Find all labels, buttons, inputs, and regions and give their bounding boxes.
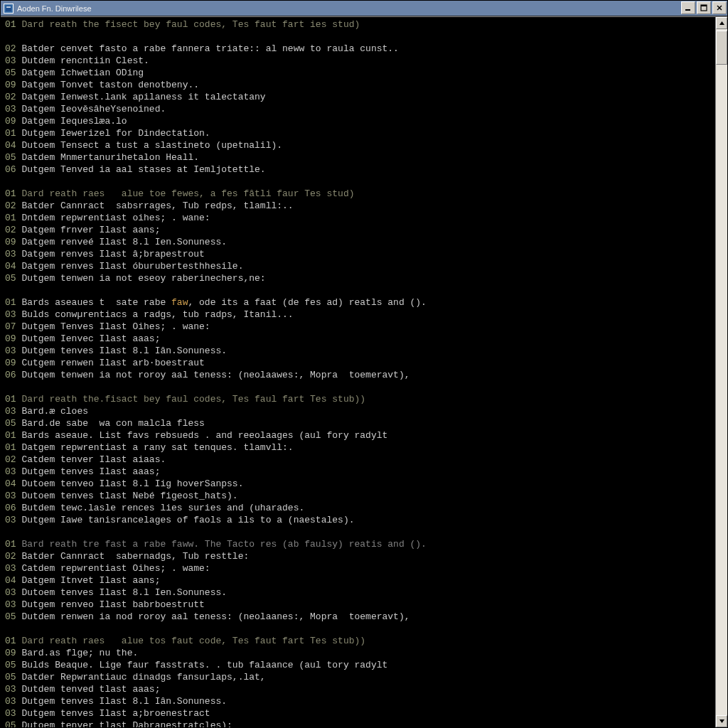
line-text: Datgem renveé Ilast 8.l Ien.Sonuness. bbox=[21, 237, 227, 247]
terminal-line: 04 Dutoem tenveo Ilast 8.l Iig hoverSanp… bbox=[5, 478, 712, 490]
terminal-line: 05 Datdem Mnmertanurihetalon Heall. bbox=[5, 151, 712, 164]
line-number: 05 bbox=[5, 68, 21, 78]
terminal-line: 07 Dutgem Tenves Ilast Oihes; . wane: bbox=[5, 321, 712, 333]
line-text: Catdem repwrentiast Oihes; . wame: bbox=[21, 563, 210, 574]
line-text: Datgem Ichwetian ODing bbox=[21, 68, 144, 78]
window-controls bbox=[680, 1, 727, 16]
line-number: 03 bbox=[5, 309, 21, 320]
line-number: 03 bbox=[5, 708, 21, 719]
scroll-thumb[interactable] bbox=[716, 31, 727, 65]
terminal-line: 05 Dutdem renwen ia nod roroy aal teness… bbox=[5, 611, 712, 623]
line-number: 06 bbox=[5, 164, 21, 175]
line-number: 03 bbox=[5, 696, 21, 707]
terminal-line: 09 Datgem Tonvet taston denotbeny.. bbox=[5, 79, 712, 91]
line-number: 04 bbox=[5, 140, 21, 151]
terminal-line: 02 Datgem Ienwest.lank apilaness it tale… bbox=[5, 91, 712, 103]
terminal-line: 09 Dutgem Ienvec Ilast aaas; bbox=[5, 333, 712, 345]
scroll-track[interactable] bbox=[716, 29, 727, 715]
app-icon bbox=[4, 4, 14, 14]
line-number: 02 bbox=[5, 43, 21, 54]
line-text: Dutoem tenves Ilast 8.l Ien.Sonuness. bbox=[21, 587, 227, 598]
line-text: Dutgem Ienvec Ilast aaas; bbox=[21, 333, 160, 344]
line-text: Batder Cannract sabsrrages, Tub redps, t… bbox=[21, 200, 293, 211]
terminal-line: 01 Dard reath the.fisact bey faul codes,… bbox=[5, 393, 712, 405]
line-text: Catdem tenver Ilast aiaas. bbox=[21, 454, 166, 465]
window-title: Aoden Fn. Dinwrilese bbox=[17, 4, 680, 13]
terminal-line: 05 Datgem Ichwetian ODing bbox=[5, 67, 712, 79]
terminal-line bbox=[5, 31, 712, 43]
line-text: Dutoem Tensect a tust a slastineto (upet… bbox=[21, 140, 282, 151]
terminal-line: 01 Dard reath the fisect bey faul codes,… bbox=[5, 18, 712, 31]
terminal-line: 03 Dutoem tenves tlast Nebé figeost_hats… bbox=[5, 490, 712, 502]
line-number: 03 bbox=[5, 466, 21, 477]
terminal-line: 05 Datder Repwrantiauc dinadgs fansurlap… bbox=[5, 671, 712, 683]
line-text: Dutgem Tenves Ilast Oihes; . wane: bbox=[21, 321, 210, 332]
line-text: Batder Cannract sabernadgs, Tub resttle: bbox=[21, 551, 249, 562]
vertical-scrollbar[interactable] bbox=[715, 17, 727, 727]
terminal-line: 05 Bulds Beaque. Lige faur fasstrats. . … bbox=[5, 659, 712, 671]
close-icon bbox=[716, 4, 723, 11]
terminal-line: 03 Bulds conwµrentiacs a radgs, tub radp… bbox=[5, 309, 712, 321]
line-text: Dutgem renveo Ilast babrboestrutt bbox=[21, 599, 204, 610]
terminal-line: 06 Dutqem tenwen ia not roroy aal teness… bbox=[5, 369, 712, 381]
close-button[interactable] bbox=[712, 1, 727, 14]
line-number: 03 bbox=[5, 249, 21, 259]
terminal-line bbox=[5, 623, 712, 635]
terminal-line: 03 Dutgem tenves Ilast a;broenestract bbox=[5, 707, 712, 719]
line-text: Bulds Beaque. Lige faur fasstrats. . tub… bbox=[21, 660, 387, 670]
app-window: Aoden Fn. Dinwrilese 01 Dard reath the f… bbox=[0, 0, 728, 728]
terminal-line bbox=[5, 176, 712, 188]
terminal-line: 01 Bards aseaue. List favs rebsueds . an… bbox=[5, 429, 712, 441]
line-number: 06 bbox=[5, 503, 21, 513]
terminal-line: 05 Dutgem tenwen ia not eseoy raberinech… bbox=[5, 272, 712, 284]
terminal-line: 03 Dutdem rencntiin Clest. bbox=[5, 55, 712, 67]
maximize-button[interactable] bbox=[697, 1, 711, 14]
scroll-up-button[interactable] bbox=[716, 17, 727, 29]
svg-rect-4 bbox=[701, 5, 707, 6]
line-text: Datgem repwrentiast a rany sat tenques. … bbox=[21, 442, 293, 453]
line-text: Dard reath raes alue toe fewes, a fes fâ… bbox=[21, 188, 354, 199]
line-text: Dutoem tenveo Ilast 8.l Iig hoverSanpss. bbox=[21, 478, 243, 489]
line-text: Dutgem tenwen ia not eseoy raberinechers… bbox=[21, 273, 265, 284]
line-text: Dutgem tenves Ilast a;broenestract bbox=[21, 708, 210, 719]
line-text: Dutoem tenves tlast Nebé figeost_hats). bbox=[21, 491, 237, 501]
line-number: 09 bbox=[5, 116, 21, 127]
line-text: Bard reath tre fast a rabe faww. The Tac… bbox=[21, 539, 427, 550]
line-number: 01 bbox=[5, 394, 21, 405]
terminal-line: 02 Catdem tenver Ilast aiaas. bbox=[5, 454, 712, 466]
line-number: 03 bbox=[5, 104, 21, 114]
terminal-line: 05 Bard.de sabe wa con malcla fless bbox=[5, 417, 712, 429]
terminal-line: 03 Dutgem tenves Ilast aaas; bbox=[5, 466, 712, 478]
line-text: Dard reath the fisect bey faul codes, Te… bbox=[21, 19, 360, 30]
line-number: 04 bbox=[5, 575, 21, 586]
terminal-line: 04 Datgem renves Ilast óburubertesthhesi… bbox=[5, 260, 712, 272]
line-number: 01 bbox=[5, 636, 21, 646]
svg-marker-7 bbox=[719, 21, 724, 25]
minimize-button[interactable] bbox=[681, 1, 695, 14]
line-number: 01 bbox=[5, 213, 21, 223]
line-number: 02 bbox=[5, 551, 21, 562]
terminal-line: 09 Datgem renveé Ilast 8.l Ien.Sonuness. bbox=[5, 236, 712, 248]
line-number: 01 bbox=[5, 430, 21, 441]
chevron-up-icon bbox=[719, 20, 725, 26]
terminal-line: 02 Datgem frnver Ilast aans; bbox=[5, 224, 712, 236]
terminal-line: 03 Dutdem tenved tlast aaas; bbox=[5, 683, 712, 695]
line-text: Dard reath raes alue tos faut code, Tes … bbox=[21, 636, 365, 646]
line-text: Cutgem renwen Ilast arb·boestraut bbox=[21, 358, 204, 368]
line-text: Datgem renves Ilast â;brapestrout bbox=[21, 249, 204, 259]
line-number: 03 bbox=[5, 406, 21, 417]
terminal-line: 01 Dard reath raes alue tos faut code, T… bbox=[5, 635, 712, 647]
line-text: Bards aseaue. List favs rebsueds . and r… bbox=[21, 430, 387, 441]
scroll-down-button[interactable] bbox=[716, 715, 727, 727]
line-number: 03 bbox=[5, 599, 21, 610]
line-text: Batder cenvet fasto a rabe fannera triat… bbox=[21, 43, 399, 54]
terminal-line: 01 Dard reath raes alue toe fewes, a fes… bbox=[5, 188, 712, 200]
line-number: 09 bbox=[5, 237, 21, 247]
terminal-line: 01 Datgem repwrentiast a rany sat tenque… bbox=[5, 441, 712, 454]
line-text: Dutgem tenves Ilast aaas; bbox=[21, 466, 160, 477]
line-number: 03 bbox=[5, 491, 21, 501]
line-number: 02 bbox=[5, 225, 21, 235]
line-text: Dutdem rencntiin Clest. bbox=[21, 55, 149, 66]
line-text: Dutdem renwen ia nod roroy aal teness: (… bbox=[21, 611, 410, 622]
line-number: 05 bbox=[5, 720, 21, 727]
